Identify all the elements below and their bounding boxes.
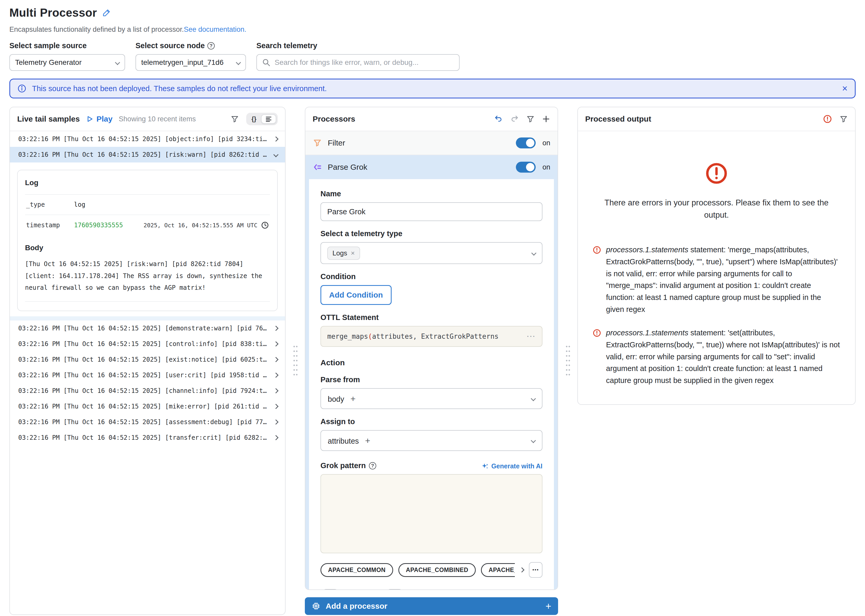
log-row[interactable]: 03:22:16 PM [Thu Oct 16 04:52:15 2025] [… <box>10 147 285 162</box>
chevron-down-icon <box>236 60 241 65</box>
ottl-paren: ( <box>368 333 372 340</box>
log-row-text: 03:22:16 PM [Thu Oct 16 04:52:15 2025] [… <box>18 434 267 441</box>
log-body-line: [Thu Oct 16 04:52:15 2025] [risk:warn] [… <box>25 258 270 270</box>
clock-icon[interactable] <box>261 221 269 229</box>
page-subtitle: Encapsulates functionality defined by a … <box>9 25 856 34</box>
telemetry-chip: Logs × <box>327 247 360 260</box>
add-processor-button[interactable]: Add a processor + <box>305 597 558 615</box>
source-node-select[interactable]: telemetrygen_input_71d6 <box>136 54 246 71</box>
error-text: processors.1.statements statement: 'set(… <box>606 327 840 387</box>
processor-chip-icon <box>312 602 320 611</box>
log-row-text: 03:22:16 PM [Thu Oct 16 04:52:15 2025] [… <box>18 418 267 426</box>
add-field-icon[interactable]: + <box>350 394 356 404</box>
play-label: Play <box>96 115 113 123</box>
filter-processor-icon <box>313 138 322 148</box>
log-row[interactable]: 03:22:16 PM [Thu Oct 16 04:52:15 2025] [… <box>10 321 285 336</box>
error-list: processors.1.statements statement: 'merg… <box>592 244 840 387</box>
timestamp-key: timestamp <box>26 222 74 229</box>
add-processor-label: Add a processor <box>326 602 388 611</box>
add-condition-button[interactable]: Add Condition <box>320 285 392 305</box>
processed-output-panel: Processed output <box>577 107 856 405</box>
more-patterns-button[interactable]: ••• <box>529 562 542 578</box>
log-row[interactable]: 03:22:16 PM [Thu Oct 16 04:52:15 2025] [… <box>10 399 285 414</box>
generate-with-ai-button[interactable]: Generate with AI <box>482 462 542 470</box>
log-row[interactable]: 03:22:16 PM [Thu Oct 16 04:52:15 2025] [… <box>10 336 285 352</box>
live-tail-panel: Live tail samples Play Showing 10 recent… <box>9 107 285 615</box>
grok-pattern-chip[interactable]: APACHE_ERROR <box>481 563 515 577</box>
log-section-title: Log <box>25 179 270 187</box>
final-toggle[interactable] <box>320 589 340 590</box>
close-icon[interactable]: × <box>842 84 848 93</box>
keep-original-toggle[interactable] <box>385 589 405 590</box>
info-icon <box>17 84 26 93</box>
chevron-down-icon <box>115 60 120 65</box>
filter-icon[interactable] <box>526 115 535 123</box>
error-status-icon <box>823 114 832 124</box>
see-documentation-link[interactable]: See documentation. <box>184 25 246 33</box>
parse-from-select[interactable]: body+ <box>320 388 542 409</box>
telemetry-type-select[interactable]: Logs × <box>320 242 542 264</box>
play-button[interactable]: Play <box>86 115 113 123</box>
redo-icon[interactable] <box>510 115 519 123</box>
chevron-right-icon <box>273 357 279 362</box>
log-row[interactable]: 03:22:16 PM [Thu Oct 16 04:52:15 2025] [… <box>10 131 285 147</box>
chevron-right-icon <box>273 137 279 141</box>
edit-title-pencil-icon[interactable] <box>102 8 111 17</box>
undo-icon[interactable] <box>494 115 503 123</box>
timestamp-human: 2025, Oct 16, 04:52:15.555 AM UTC <box>143 222 257 229</box>
grok-pattern-chip[interactable]: APACHE_COMMON <box>320 563 393 577</box>
panel-resize-handle[interactable] <box>293 344 298 377</box>
sample-source-select[interactable]: Telemetry Generator <box>9 54 125 71</box>
chevron-down-icon <box>531 438 536 443</box>
filter-icon[interactable] <box>840 115 848 123</box>
log-row-text: 03:22:16 PM [Thu Oct 16 04:52:15 2025] [… <box>18 151 267 158</box>
add-icon[interactable] <box>542 115 550 123</box>
log-row[interactable]: 03:22:16 PM [Thu Oct 16 04:52:15 2025] [… <box>10 430 285 445</box>
deploy-warning-banner: This source has not been deployed. These… <box>9 79 856 98</box>
log-row[interactable]: 03:22:16 PM [Thu Oct 16 04:52:15 2025] [… <box>10 367 285 383</box>
name-input[interactable]: Parse Grok <box>320 202 542 221</box>
grok-pattern-textarea[interactable] <box>320 474 542 553</box>
chevron-right-icon <box>273 435 279 440</box>
banner-text: This source has not been deployed. These… <box>32 84 327 93</box>
filter-icon[interactable] <box>231 115 239 123</box>
list-view-button[interactable] <box>261 114 276 124</box>
log-row-text: 03:22:16 PM [Thu Oct 16 04:52:15 2025] [… <box>18 325 267 332</box>
sample-controls: Select sample source Telemetry Generator… <box>9 41 856 71</box>
plus-icon: + <box>545 601 551 612</box>
type-value: log <box>74 201 85 208</box>
log-row[interactable]: 03:22:16 PM [Thu Oct 16 04:52:15 2025] [… <box>10 414 285 430</box>
toggle-state-label: on <box>542 139 550 147</box>
search-telemetry-field: Search telemetry <box>256 41 460 71</box>
page-title: Multi Processor <box>9 6 97 19</box>
page: Multi Processor Encapsulates functionali… <box>0 0 865 616</box>
json-view-button[interactable]: {} <box>248 114 260 124</box>
ottl-statement-label: OTTL Statement <box>320 313 542 322</box>
assign-to-value: attributes <box>328 437 359 445</box>
grok-pattern-chip[interactable]: APACHE_COMBINED <box>399 563 476 577</box>
processor-toggle[interactable] <box>516 162 536 173</box>
ottl-statement-input[interactable]: merge_maps(attributes, ExtractGrokPatter… <box>320 326 542 347</box>
log-row[interactable]: 03:22:16 PM [Thu Oct 16 04:52:15 2025] [… <box>10 352 285 367</box>
processor-row-filter[interactable]: Filter on <box>306 131 558 155</box>
panel-resize-handle[interactable] <box>566 344 570 377</box>
body-section-title: Body <box>25 244 270 252</box>
chevron-right-icon <box>273 326 279 331</box>
log-body-text: [Thu Oct 16 04:52:15 2025] [risk:warn] [… <box>25 258 270 294</box>
processor-toggle[interactable] <box>516 137 536 148</box>
sample-source-label: Select sample source <box>9 41 125 50</box>
log-list: 03:22:16 PM [Thu Oct 16 04:52:15 2025] [… <box>10 131 285 445</box>
error-item: processors.1.statements statement: 'merg… <box>592 244 840 316</box>
add-field-icon[interactable]: + <box>365 435 370 445</box>
search-input[interactable] <box>275 58 454 67</box>
chevron-right-icon[interactable] <box>519 567 525 572</box>
condition-label: Condition <box>320 272 542 281</box>
search-telemetry-box <box>256 54 460 71</box>
remove-chip-icon[interactable]: × <box>351 249 355 257</box>
assign-to-select[interactable]: attributes+ <box>320 430 542 451</box>
more-icon[interactable]: ••• <box>527 334 536 338</box>
processor-row-parse-grok[interactable]: Parse Grok on <box>306 155 558 179</box>
log-detail-card: Log _type log timestamp 1760590335555 20… <box>17 170 278 311</box>
log-row[interactable]: 03:22:16 PM [Thu Oct 16 04:52:15 2025] [… <box>10 383 285 399</box>
log-row-text: 03:22:16 PM [Thu Oct 16 04:52:15 2025] [… <box>18 403 267 410</box>
